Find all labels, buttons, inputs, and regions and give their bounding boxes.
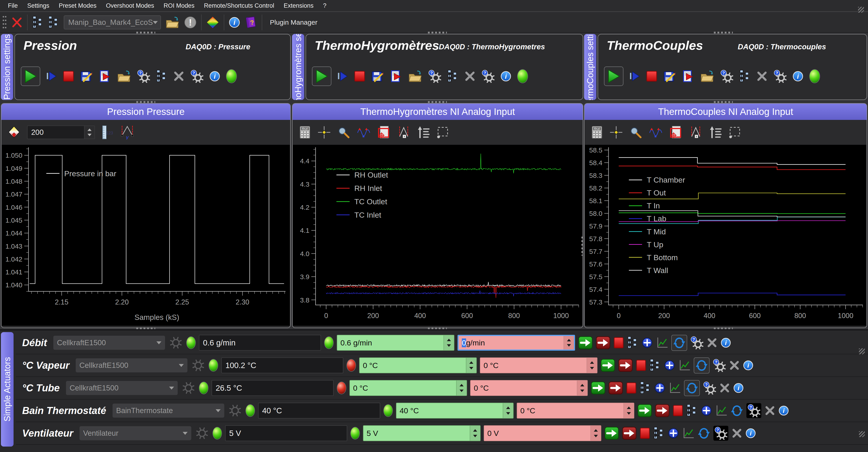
- settings-gear-icon[interactable]: [181, 381, 196, 395]
- spin-up-icon[interactable]: [447, 339, 451, 341]
- send-green-icon[interactable]: [600, 359, 615, 372]
- stop-icon[interactable]: [646, 70, 657, 82]
- sort-list-icon[interactable]: [417, 126, 430, 139]
- graph-icon[interactable]: [715, 405, 727, 417]
- spin-down-icon[interactable]: [88, 134, 92, 136]
- help-book-icon[interactable]: ?: [245, 16, 257, 29]
- select-region-icon[interactable]: [436, 126, 449, 139]
- send-green-icon[interactable]: [578, 336, 593, 349]
- spin-up-icon[interactable]: [627, 406, 631, 409]
- info-icon[interactable]: i: [793, 71, 803, 82]
- channels-tree-icon[interactable]: [739, 70, 750, 83]
- device-dropdown[interactable]: BainThermostate: [112, 403, 225, 418]
- capture-doc-icon[interactable]: [378, 126, 391, 139]
- close-icon[interactable]: [719, 383, 730, 393]
- sync-icon[interactable]: [731, 404, 743, 417]
- resize-grip[interactable]: [859, 431, 865, 437]
- pressure-chart[interactable]: 1.0401.0411.0421.0431.0441.0451.0461.047…: [2, 145, 290, 326]
- stop-icon[interactable]: [63, 70, 74, 82]
- preset-dropdown[interactable]: Manip_Bao_Mark4_EcoS: [64, 16, 161, 29]
- configure-help-icon[interactable]: ?: [703, 382, 716, 395]
- spin-up-icon[interactable]: [594, 429, 598, 432]
- run-button[interactable]: [604, 66, 623, 86]
- daq-settings-tab[interactable]: ThermoHygromètres settings: [292, 34, 304, 100]
- channels-tree-icon[interactable]: [627, 336, 638, 349]
- configure-help-icon[interactable]: ?: [482, 70, 495, 83]
- settings-gear-icon[interactable]: [195, 426, 209, 441]
- history-length-spinbox[interactable]: 200: [27, 125, 95, 139]
- close-icon[interactable]: [765, 405, 775, 416]
- record-icon[interactable]: [390, 70, 402, 83]
- calculator-icon[interactable]: f(x,y): [299, 126, 311, 139]
- settings-gear-icon[interactable]: [168, 336, 183, 350]
- add-icon[interactable]: [642, 337, 653, 348]
- close-icon[interactable]: [732, 428, 742, 439]
- menu-item-overshoot-modes[interactable]: Overshoot Modes: [101, 2, 159, 9]
- add-icon[interactable]: [668, 428, 679, 439]
- close-icon[interactable]: [707, 337, 717, 348]
- calculator-icon[interactable]: f(x,y): [591, 126, 603, 139]
- chart-title-bar[interactable]: ThermoCouples NI Analog Input: [585, 104, 867, 120]
- channels-tree-icon[interactable]: [640, 382, 651, 395]
- splitter-handle[interactable]: [714, 101, 733, 103]
- peak-y-icon[interactable]: y: [120, 125, 134, 140]
- channels-tree-icon[interactable]: [649, 359, 661, 372]
- chart-title-bar[interactable]: ThermoHygromètres NI Analog Input: [292, 104, 583, 120]
- spin-up-icon[interactable]: [506, 406, 510, 409]
- info-icon[interactable]: i: [745, 428, 756, 439]
- channels-tree-icon[interactable]: [686, 404, 698, 417]
- spin-up-icon[interactable]: [469, 361, 473, 364]
- device-dropdown[interactable]: CellkraftE1500: [53, 335, 165, 350]
- sort-list-icon[interactable]: [709, 126, 721, 139]
- resize-grip[interactable]: [859, 348, 865, 354]
- spin-up-icon[interactable]: [567, 339, 571, 341]
- crosshair-icon[interactable]: [318, 126, 331, 139]
- save-settings-icon[interactable]: [80, 70, 93, 83]
- wave-markers-icon[interactable]: [649, 127, 663, 138]
- daq-settings-tab[interactable]: Pression settings: [1, 34, 13, 100]
- send-red-icon[interactable]: [618, 359, 633, 372]
- device-dropdown[interactable]: CellkraftE1500: [66, 380, 178, 395]
- graph-icon[interactable]: [669, 382, 681, 394]
- open-folder-icon[interactable]: [700, 70, 714, 82]
- sync-icon[interactable]: [698, 427, 710, 440]
- spin-up-icon[interactable]: [460, 384, 464, 387]
- step-run-icon[interactable]: [46, 70, 57, 82]
- spin-up-icon[interactable]: [473, 429, 477, 432]
- record-icon[interactable]: [682, 70, 694, 83]
- info-icon[interactable]: i: [721, 338, 731, 348]
- configure-help-icon[interactable]: ?: [137, 70, 150, 83]
- channels-tree-icon[interactable]: [653, 427, 664, 440]
- menu-item-settings[interactable]: Settings: [23, 2, 54, 9]
- device-dropdown[interactable]: CellkraftE1500: [75, 358, 188, 373]
- spin-down-icon[interactable]: [447, 344, 451, 347]
- add-icon[interactable]: [701, 405, 712, 416]
- configure-help-icon[interactable]: ?: [747, 404, 761, 417]
- splitter-handle[interactable]: [428, 101, 447, 103]
- step-run-icon[interactable]: [629, 70, 640, 82]
- drag-grip-icon[interactable]: [2, 15, 7, 30]
- surface-plot-icon[interactable]: [206, 16, 219, 29]
- info-icon[interactable]: i: [733, 383, 744, 393]
- splitter-handle[interactable]: [136, 32, 155, 33]
- log-alert-icon[interactable]: !: [184, 16, 197, 29]
- chart-title-bar[interactable]: Pression Pressure: [1, 104, 290, 120]
- close-icon[interactable]: [729, 360, 740, 371]
- stop-icon[interactable]: [614, 337, 624, 349]
- setpoint-red-field[interactable]: 0 g/min: [458, 335, 575, 351]
- menu-item-roi-modes[interactable]: ROI Modes: [159, 2, 199, 9]
- peak-detect-icon[interactable]: x: [397, 126, 410, 139]
- run-button[interactable]: [312, 66, 331, 86]
- spin-down-icon[interactable]: [627, 412, 631, 415]
- spin-down-icon[interactable]: [590, 367, 594, 369]
- open-folder-icon[interactable]: [117, 70, 131, 82]
- resize-grip[interactable]: [858, 7, 864, 13]
- close-icon[interactable]: [756, 70, 768, 82]
- info-icon[interactable]: i: [209, 71, 220, 82]
- spin-up-icon[interactable]: [580, 384, 584, 387]
- sync-icon[interactable]: [695, 359, 708, 372]
- close-icon[interactable]: [173, 70, 184, 82]
- settings-gear-icon[interactable]: [191, 358, 206, 373]
- graph-icon[interactable]: [656, 337, 668, 349]
- graph-icon[interactable]: [678, 360, 690, 371]
